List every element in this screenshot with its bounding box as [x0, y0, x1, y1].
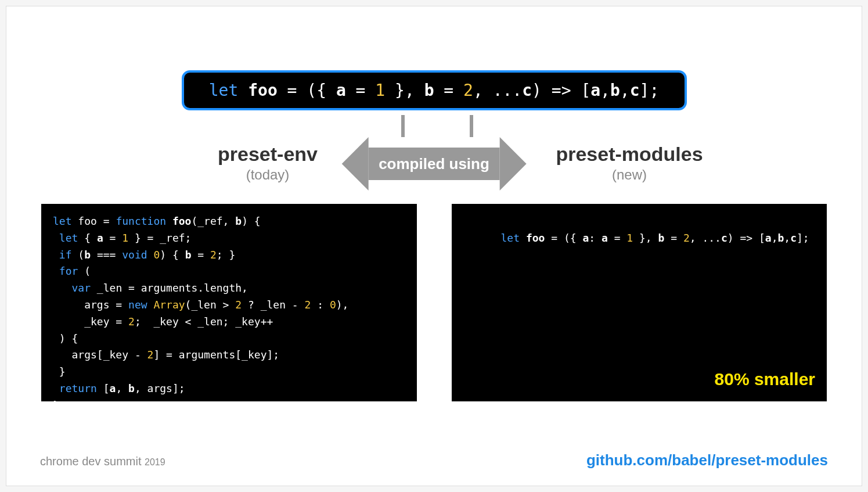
- source-code-block: let foo = ({ a = 1 }, b = 2, ...c) => [a…: [182, 70, 687, 110]
- preset-modules-title: preset-modules: [478, 143, 780, 166]
- preset-env-sub: (today): [117, 167, 419, 183]
- preset-modules-label: preset-modules (new): [478, 143, 780, 183]
- event-year: 2019: [145, 457, 165, 467]
- labels-row: preset-env (today) preset-modules (new): [6, 143, 862, 183]
- connector-line-right: [470, 115, 473, 137]
- repo-link[interactable]: github.com/babel/preset-modules: [586, 451, 828, 469]
- preset-env-output: let foo = function foo(_ref, b) { let { …: [41, 204, 417, 401]
- panels-row: let foo = function foo(_ref, b) { let { …: [41, 204, 827, 401]
- footer: chrome dev summit 2019 github.com/babel/…: [40, 451, 828, 469]
- preset-env-label: preset-env (today): [117, 143, 419, 183]
- preset-modules-output: let foo = ({ a: a = 1 }, b = 2, ...c) =>…: [452, 204, 827, 401]
- preset-modules-sub: (new): [478, 167, 780, 183]
- size-badge: 80% smaller: [715, 365, 815, 393]
- preset-env-title: preset-env: [117, 143, 419, 166]
- slide: let foo = ({ a = 1 }, b = 2, ...c) => [a…: [6, 6, 862, 486]
- event-title: chrome dev summit: [40, 455, 142, 468]
- connector-line-left: [401, 115, 405, 137]
- preset-modules-code: let foo = ({ a: a = 1 }, b = 2, ...c) =>…: [501, 232, 809, 244]
- event-name: chrome dev summit 2019: [40, 455, 165, 468]
